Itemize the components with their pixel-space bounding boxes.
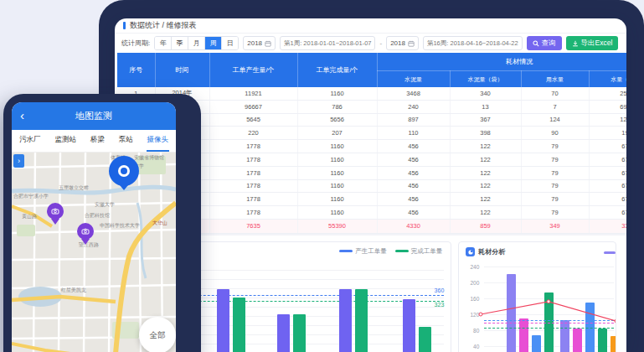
table-cell: 1160 (297, 193, 377, 206)
map-poi-label: 合肥市宁溪小学 (13, 193, 49, 200)
table-cell: 79 (521, 153, 589, 166)
legend-item[interactable]: 完成工单量 (395, 247, 443, 256)
table-cell: 122 (450, 179, 521, 193)
table-cell: 79 (521, 140, 589, 153)
camera-location-marker[interactable] (109, 156, 139, 186)
map-poi-label: 安徽大学 (95, 201, 115, 209)
end-year-value: 2018 (390, 39, 405, 47)
bar (217, 289, 229, 352)
period-option[interactable]: 月 (188, 37, 205, 49)
table-cell: 1160 (297, 206, 377, 220)
period-option[interactable]: 日 (222, 37, 238, 49)
calendar-icon (408, 40, 415, 47)
map-view[interactable]: 体育馆安徽农业大学安徽省博物馆五里墩立交桥合肥市宁溪小学安徽大学合肥科技馆中国科… (12, 153, 176, 352)
page: 数据统计 / 维修报表 统计周期: 年季月周日 2018 第1周: 2018-0… (0, 0, 644, 352)
total-cell: 859 (450, 219, 521, 233)
consumables-chart-card: 耗材分析 2402001601208040 (458, 241, 616, 352)
camera-pin-icon[interactable] (77, 223, 94, 240)
bar (277, 314, 290, 352)
phone-tab-bar: 污水厂监测站桥梁泵站摄像头 (12, 130, 176, 153)
table-cell: 67 (589, 206, 626, 220)
breadcrumb: 数据统计 / 维修报表 (115, 18, 626, 34)
table-cell: 398 (450, 127, 521, 140)
table-cell: 122 (450, 153, 521, 166)
table-cell: 70 (521, 87, 589, 100)
table-cell: 897 (377, 113, 450, 127)
group-column-header: 耗材情况 (377, 53, 626, 71)
legend-swatch-clipped (604, 251, 616, 254)
reference-line-label: 323 (435, 302, 445, 308)
export-excel-button[interactable]: 导出Excel (566, 36, 619, 50)
table-cell: 786 (297, 100, 377, 113)
table-cell: 19 (589, 127, 626, 140)
sub-column-header: 用水量 (521, 71, 589, 88)
table-cell: 124 (521, 113, 589, 127)
bar (403, 299, 415, 352)
table-cell: 67 (589, 166, 626, 179)
total-cell: 55390 (297, 219, 377, 233)
table-cell: 122 (450, 193, 521, 206)
total-cell: 4330 (377, 219, 450, 233)
table-cell: 250 (589, 87, 626, 100)
table-cell: 456 (377, 179, 450, 193)
map-poi-label: 大华山 (152, 220, 167, 227)
phone-tab[interactable]: 泵站 (118, 130, 134, 152)
search-button[interactable]: 查询 (527, 36, 562, 50)
chart-legend: 产生工单量完成工单量 (339, 247, 442, 256)
table-cell: 1778 (209, 140, 297, 153)
bar (419, 327, 431, 352)
map-poi-label: 红星美凯龙 (61, 287, 86, 294)
table-cell: 67 (589, 179, 626, 193)
period-option[interactable]: 季 (172, 37, 188, 49)
table-cell: 1160 (297, 140, 377, 153)
camera-pin-icon[interactable] (47, 203, 64, 220)
table-cell: 67 (589, 193, 626, 206)
search-icon (533, 40, 539, 47)
table-cell: 67 (589, 153, 626, 166)
chart-title: 耗材分析 (478, 247, 505, 256)
table-cell: 207 (297, 127, 377, 140)
table-cell: 96667 (209, 100, 297, 113)
period-option[interactable]: 周 (205, 37, 222, 49)
breadcrumb-text: 数据统计 / 维修报表 (130, 20, 197, 31)
table-cell: 5656 (297, 113, 377, 127)
phone-page-title: 地图监测 (75, 110, 112, 122)
end-year-select[interactable]: 2018 (386, 36, 419, 50)
reference-line-label: 360 (435, 287, 445, 293)
table-cell: 456 (377, 140, 450, 153)
table-cell: 1778 (209, 206, 297, 220)
legend-line-swatch (339, 250, 353, 252)
start-year-select[interactable]: 2018 (243, 36, 276, 50)
back-icon[interactable]: ‹ (20, 109, 24, 122)
phone-tab[interactable]: 监测站 (54, 130, 77, 152)
show-all-button[interactable]: 全部 (139, 317, 176, 352)
table-cell: 122 (450, 166, 521, 179)
table-cell: 456 (377, 166, 450, 179)
table-cell: 1160 (297, 87, 377, 100)
table-cell: 456 (377, 193, 450, 206)
table-cell: 690 (589, 100, 626, 113)
phone-tab[interactable]: 污水厂 (18, 130, 42, 152)
total-cell: 33 (589, 219, 626, 233)
calendar-icon (265, 40, 271, 47)
filter-bar: 统计周期: 年季月周日 2018 第1周: 2018-01-01~2018-01… (115, 34, 626, 53)
end-week-range-input[interactable]: 第16周: 2018-04-16~2018-04-22 (423, 36, 523, 50)
table-cell: 79 (521, 166, 589, 179)
table-cell: 456 (377, 153, 450, 166)
phone-tab[interactable]: 摄像头 (147, 130, 170, 152)
bar (233, 298, 245, 352)
table-cell: 340 (450, 87, 521, 100)
start-week-range-input[interactable]: 第1周: 2018-01-01~2018-01-07 (280, 36, 375, 50)
table-cell: 240 (377, 100, 450, 113)
expand-icon[interactable]: › (13, 154, 24, 168)
table-cell: 367 (450, 113, 521, 127)
phone-screen: ‹ 地图监测 污水厂监测站桥梁泵站摄像头 (12, 102, 176, 352)
map-poi-label: 黄山路 (22, 213, 37, 220)
map-poi-label: 安徽省博物馆 (134, 154, 164, 162)
legend-line-swatch (395, 250, 409, 252)
table-cell: 90 (521, 127, 589, 140)
legend-item[interactable]: 产生工单量 (339, 247, 387, 256)
phone-tab[interactable]: 桥梁 (90, 130, 106, 152)
period-option[interactable]: 年 (155, 37, 172, 49)
table-cell: 13 (450, 100, 521, 113)
